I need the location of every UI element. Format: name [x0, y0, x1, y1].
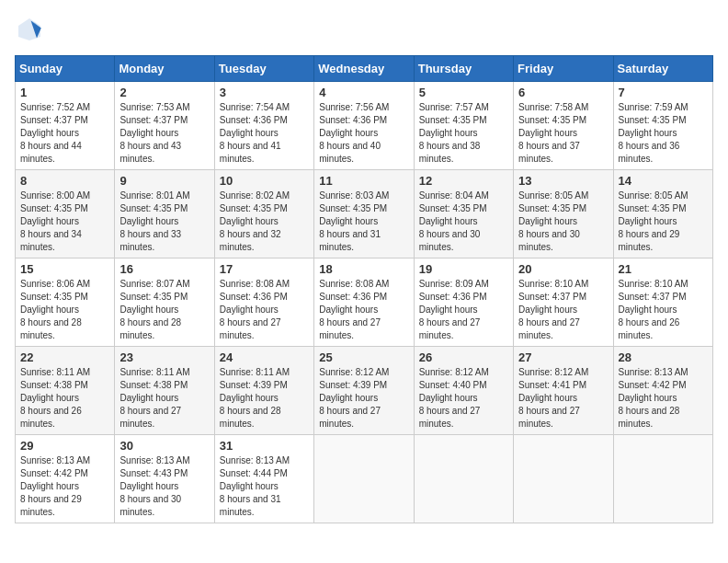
- day-info: Sunrise: 8:11 AM Sunset: 4:38 PM Dayligh…: [119, 366, 209, 431]
- day-number: 17: [220, 262, 309, 276]
- calendar-cell: 25 Sunrise: 8:12 AM Sunset: 4:39 PM Dayl…: [314, 347, 414, 435]
- day-number: 30: [119, 439, 209, 453]
- day-number: 3: [220, 86, 309, 99]
- weekday-header-sunday: Sunday: [16, 56, 115, 82]
- day-number: 24: [220, 350, 309, 364]
- day-number: 25: [319, 350, 408, 364]
- day-number: 9: [119, 174, 209, 188]
- day-number: 29: [20, 439, 109, 453]
- day-number: 12: [419, 174, 508, 188]
- calendar-cell: 22 Sunrise: 8:11 AM Sunset: 4:38 PM Dayl…: [16, 347, 115, 435]
- day-number: 6: [518, 86, 608, 99]
- week-row-3: 15 Sunrise: 8:06 AM Sunset: 4:35 PM Dayl…: [16, 259, 713, 347]
- calendar-cell: 8 Sunrise: 8:00 AM Sunset: 4:35 PM Dayli…: [16, 170, 115, 259]
- day-number: 13: [518, 174, 608, 188]
- calendar-cell: 20 Sunrise: 8:10 AM Sunset: 4:37 PM Dayl…: [514, 259, 613, 347]
- day-info: Sunrise: 8:13 AM Sunset: 4:43 PM Dayligh…: [119, 454, 209, 519]
- day-number: 7: [619, 86, 708, 99]
- calendar-cell: 18 Sunrise: 8:08 AM Sunset: 4:36 PM Dayl…: [314, 259, 414, 347]
- calendar-cell: 29 Sunrise: 8:13 AM Sunset: 4:42 PM Dayl…: [16, 435, 115, 523]
- weekday-header-monday: Monday: [115, 56, 214, 82]
- day-info: Sunrise: 7:59 AM Sunset: 4:35 PM Dayligh…: [619, 101, 708, 166]
- weekday-header-wednesday: Wednesday: [314, 56, 414, 82]
- week-row-4: 22 Sunrise: 8:11 AM Sunset: 4:38 PM Dayl…: [16, 347, 713, 435]
- day-info: Sunrise: 8:08 AM Sunset: 4:36 PM Dayligh…: [220, 278, 309, 342]
- day-number: 26: [419, 350, 508, 364]
- day-number: 22: [20, 350, 109, 364]
- day-number: 11: [319, 174, 408, 188]
- day-number: 14: [619, 174, 708, 188]
- day-info: Sunrise: 8:13 AM Sunset: 4:42 PM Dayligh…: [619, 366, 708, 431]
- day-info: Sunrise: 7:58 AM Sunset: 4:35 PM Dayligh…: [518, 101, 608, 166]
- calendar-cell: 27 Sunrise: 8:12 AM Sunset: 4:41 PM Dayl…: [514, 347, 613, 435]
- day-info: Sunrise: 8:05 AM Sunset: 4:35 PM Dayligh…: [518, 190, 608, 254]
- calendar-cell: 1 Sunrise: 7:52 AM Sunset: 4:37 PM Dayli…: [16, 82, 115, 170]
- calendar-cell: 9 Sunrise: 8:01 AM Sunset: 4:35 PM Dayli…: [115, 170, 214, 259]
- day-number: 10: [220, 174, 309, 188]
- calendar-cell: 21 Sunrise: 8:10 AM Sunset: 4:37 PM Dayl…: [613, 259, 712, 347]
- calendar-cell: 3 Sunrise: 7:54 AM Sunset: 4:36 PM Dayli…: [214, 82, 313, 170]
- day-number: 18: [319, 262, 408, 276]
- day-info: Sunrise: 7:57 AM Sunset: 4:35 PM Dayligh…: [419, 101, 508, 166]
- calendar-cell: 14 Sunrise: 8:05 AM Sunset: 4:35 PM Dayl…: [613, 170, 712, 259]
- calendar-cell: 6 Sunrise: 7:58 AM Sunset: 4:35 PM Dayli…: [514, 82, 613, 170]
- calendar-cell: 15 Sunrise: 8:06 AM Sunset: 4:35 PM Dayl…: [16, 259, 115, 347]
- day-number: 27: [518, 350, 608, 364]
- day-info: Sunrise: 8:10 AM Sunset: 4:37 PM Dayligh…: [619, 278, 708, 342]
- day-info: Sunrise: 8:13 AM Sunset: 4:44 PM Dayligh…: [220, 454, 309, 519]
- day-info: Sunrise: 8:10 AM Sunset: 4:37 PM Dayligh…: [518, 278, 608, 342]
- day-info: Sunrise: 8:12 AM Sunset: 4:39 PM Dayligh…: [319, 366, 408, 431]
- day-info: Sunrise: 8:08 AM Sunset: 4:36 PM Dayligh…: [319, 278, 408, 342]
- day-number: 23: [119, 350, 209, 364]
- header: [15, 15, 713, 44]
- day-number: 5: [419, 86, 508, 99]
- day-info: Sunrise: 8:00 AM Sunset: 4:35 PM Dayligh…: [20, 190, 109, 254]
- day-info: Sunrise: 8:06 AM Sunset: 4:35 PM Dayligh…: [20, 278, 109, 342]
- calendar-cell: 17 Sunrise: 8:08 AM Sunset: 4:36 PM Dayl…: [214, 259, 313, 347]
- day-number: 8: [20, 174, 109, 188]
- day-info: Sunrise: 8:13 AM Sunset: 4:42 PM Dayligh…: [20, 454, 109, 519]
- calendar-cell: 28 Sunrise: 8:13 AM Sunset: 4:42 PM Dayl…: [613, 347, 712, 435]
- calendar-cell: [314, 435, 414, 523]
- day-info: Sunrise: 8:12 AM Sunset: 4:41 PM Dayligh…: [518, 366, 608, 431]
- calendar-cell: 4 Sunrise: 7:56 AM Sunset: 4:36 PM Dayli…: [314, 82, 414, 170]
- calendar-cell: 13 Sunrise: 8:05 AM Sunset: 4:35 PM Dayl…: [514, 170, 613, 259]
- calendar-cell: 23 Sunrise: 8:11 AM Sunset: 4:38 PM Dayl…: [115, 347, 214, 435]
- day-number: 19: [419, 262, 508, 276]
- day-info: Sunrise: 7:53 AM Sunset: 4:37 PM Dayligh…: [119, 101, 209, 166]
- week-row-5: 29 Sunrise: 8:13 AM Sunset: 4:42 PM Dayl…: [16, 435, 713, 523]
- page-container: SundayMondayTuesdayWednesdayThursdayFrid…: [15, 15, 713, 523]
- calendar-cell: 7 Sunrise: 7:59 AM Sunset: 4:35 PM Dayli…: [613, 82, 712, 170]
- day-info: Sunrise: 8:11 AM Sunset: 4:39 PM Dayligh…: [220, 366, 309, 431]
- logo: [15, 15, 48, 44]
- calendar-cell: 19 Sunrise: 8:09 AM Sunset: 4:36 PM Dayl…: [414, 259, 513, 347]
- day-info: Sunrise: 7:54 AM Sunset: 4:36 PM Dayligh…: [220, 101, 309, 166]
- calendar-cell: 30 Sunrise: 8:13 AM Sunset: 4:43 PM Dayl…: [115, 435, 214, 523]
- calendar-cell: [613, 435, 712, 523]
- day-number: 15: [20, 262, 109, 276]
- day-number: 20: [518, 262, 608, 276]
- weekday-header-thursday: Thursday: [414, 56, 513, 82]
- calendar-cell: 12 Sunrise: 8:04 AM Sunset: 4:35 PM Dayl…: [414, 170, 513, 259]
- calendar-cell: 26 Sunrise: 8:12 AM Sunset: 4:40 PM Dayl…: [414, 347, 513, 435]
- calendar-cell: [414, 435, 513, 523]
- week-row-2: 8 Sunrise: 8:00 AM Sunset: 4:35 PM Dayli…: [16, 170, 713, 259]
- calendar-cell: 5 Sunrise: 7:57 AM Sunset: 4:35 PM Dayli…: [414, 82, 513, 170]
- day-info: Sunrise: 8:11 AM Sunset: 4:38 PM Dayligh…: [20, 366, 109, 431]
- day-number: 31: [220, 439, 309, 453]
- day-number: 2: [119, 86, 209, 99]
- day-info: Sunrise: 8:05 AM Sunset: 4:35 PM Dayligh…: [619, 190, 708, 254]
- day-number: 16: [119, 262, 209, 276]
- day-info: Sunrise: 7:56 AM Sunset: 4:36 PM Dayligh…: [319, 101, 408, 166]
- week-row-1: 1 Sunrise: 7:52 AM Sunset: 4:37 PM Dayli…: [16, 82, 713, 170]
- weekday-header-tuesday: Tuesday: [214, 56, 313, 82]
- calendar-cell: [514, 435, 613, 523]
- logo-icon: [15, 15, 44, 44]
- weekday-header-friday: Friday: [514, 56, 613, 82]
- day-info: Sunrise: 8:03 AM Sunset: 4:35 PM Dayligh…: [319, 190, 408, 254]
- day-info: Sunrise: 8:12 AM Sunset: 4:40 PM Dayligh…: [419, 366, 508, 431]
- weekday-header-saturday: Saturday: [613, 56, 712, 82]
- calendar-cell: 24 Sunrise: 8:11 AM Sunset: 4:39 PM Dayl…: [214, 347, 313, 435]
- weekday-header-row: SundayMondayTuesdayWednesdayThursdayFrid…: [16, 56, 713, 82]
- calendar-cell: 11 Sunrise: 8:03 AM Sunset: 4:35 PM Dayl…: [314, 170, 414, 259]
